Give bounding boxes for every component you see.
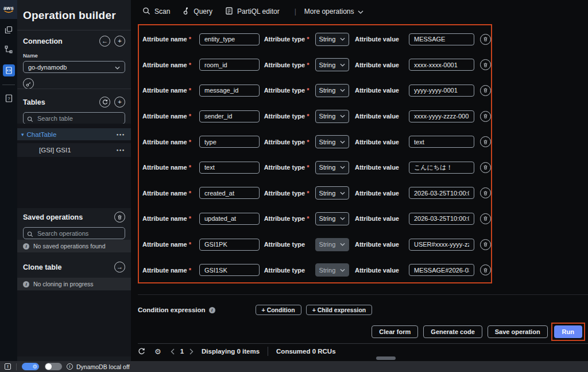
- svg-text:?: ?: [7, 96, 10, 101]
- attribute-type-label: Attribute type*: [264, 215, 315, 222]
- attribute-value-input[interactable]: [409, 187, 474, 199]
- connection-back-button[interactable]: ←: [99, 36, 110, 47]
- attribute-value-input[interactable]: [409, 59, 474, 71]
- delete-attribute-button[interactable]: [480, 59, 491, 70]
- delete-attribute-button[interactable]: [480, 136, 491, 147]
- attribute-type-select[interactable]: String: [315, 238, 349, 251]
- attribute-value-input[interactable]: [409, 33, 474, 45]
- next-page-icon[interactable]: [189, 348, 194, 355]
- help-doc-icon[interactable]: ?: [0, 90, 17, 107]
- delete-attribute-button[interactable]: [480, 34, 491, 45]
- operation-builder-icon[interactable]: [0, 62, 17, 79]
- tab-scan[interactable]: Scan: [142, 7, 170, 17]
- clear-form-button[interactable]: Clear form: [372, 325, 418, 338]
- attribute-name-input[interactable]: [199, 33, 260, 45]
- caret-down-icon[interactable]: ▾: [21, 132, 24, 137]
- chevron-down-icon: [340, 63, 345, 67]
- add-child-expression-button[interactable]: + Child expression: [306, 305, 373, 315]
- attribute-name-input[interactable]: [199, 110, 260, 122]
- refresh-results-icon[interactable]: [138, 348, 145, 355]
- prev-page-icon[interactable]: [171, 348, 175, 355]
- attribute-type-select[interactable]: String: [315, 186, 349, 200]
- attribute-value-input[interactable]: [409, 85, 474, 97]
- attribute-name-input[interactable]: [199, 162, 260, 174]
- feedback-icon[interactable]: !: [5, 363, 11, 370]
- table-search-input[interactable]: [23, 112, 125, 124]
- saved-operations-empty-message: i No saved operations found: [17, 240, 131, 252]
- more-operations-menu[interactable]: More operations: [304, 7, 364, 16]
- attribute-name-input[interactable]: [199, 239, 260, 251]
- attribute-value-input[interactable]: [409, 110, 474, 122]
- delete-attribute-button[interactable]: [480, 239, 491, 250]
- attribute-value-input[interactable]: [409, 213, 474, 225]
- attribute-name-input[interactable]: [199, 136, 260, 148]
- connection-key-button[interactable]: [23, 78, 34, 89]
- delete-attribute-button[interactable]: [480, 85, 491, 96]
- more-actions-icon[interactable]: ●●●: [117, 133, 125, 136]
- section-divider: [138, 294, 588, 295]
- add-table-button[interactable]: +: [114, 97, 125, 108]
- tree-item-chattable[interactable]: ▾ ChatTable ●●●: [17, 128, 131, 140]
- attribute-type-select[interactable]: String: [315, 161, 349, 174]
- attribute-name-label: Attribute name*: [142, 113, 198, 120]
- windows-stack-icon[interactable]: [0, 21, 17, 39]
- attribute-type-select[interactable]: String: [315, 58, 349, 71]
- more-actions-icon[interactable]: ●●●: [117, 148, 125, 152]
- attribute-name-input[interactable]: [199, 59, 260, 71]
- attribute-type-select[interactable]: String: [315, 84, 349, 97]
- displaying-count: Displaying 0 items: [202, 348, 260, 355]
- attribute-value-input[interactable]: [409, 162, 474, 174]
- clone-table-go-button[interactable]: →: [114, 262, 125, 273]
- generate-code-button[interactable]: Generate code: [423, 325, 482, 338]
- condition-expression-label: Condition expression: [138, 306, 206, 313]
- attribute-type-select[interactable]: String: [315, 110, 349, 123]
- attribute-name-label: Attribute name*: [142, 190, 198, 197]
- data-modeler-icon[interactable]: [0, 41, 17, 58]
- refresh-tables-button[interactable]: [99, 97, 110, 108]
- attribute-value-input[interactable]: [409, 239, 474, 251]
- attribute-name-input[interactable]: [199, 187, 260, 199]
- info-icon[interactable]: i: [209, 307, 215, 313]
- horizontal-scrollbar[interactable]: [376, 356, 396, 360]
- attribute-name-input[interactable]: [199, 264, 260, 276]
- attribute-value-input[interactable]: [409, 136, 474, 148]
- attribute-type-label: Attribute type*: [264, 190, 315, 197]
- attribute-row: Attribute name* Attribute type* String A…: [139, 232, 491, 258]
- delete-saved-operations-button[interactable]: [114, 212, 125, 223]
- document-icon: [225, 7, 233, 17]
- attribute-name-input[interactable]: [199, 85, 260, 97]
- attribute-name-input[interactable]: [199, 213, 260, 225]
- chevron-down-icon: [340, 217, 345, 220]
- attribute-type-select[interactable]: String: [315, 33, 349, 46]
- attribute-value-label: Attribute value: [355, 62, 404, 68]
- save-operation-button[interactable]: Save operation: [488, 325, 548, 338]
- sidebar-filler: [17, 290, 131, 356]
- add-condition-button[interactable]: + Condition: [256, 305, 301, 315]
- attribute-row: Attribute name* Attribute type* String A…: [139, 52, 491, 78]
- local-settings-toggle[interactable]: ⚙: [22, 363, 39, 370]
- tables-section: Tables +: [23, 97, 125, 124]
- connection-select[interactable]: go-dynamodb: [23, 61, 125, 73]
- chevron-down-icon: [340, 269, 345, 272]
- run-button-highlight: Run: [551, 323, 585, 341]
- gear-icon[interactable]: ⚙: [154, 347, 161, 356]
- run-button[interactable]: Run: [554, 325, 582, 338]
- dynamodb-local-toggle[interactable]: [45, 363, 62, 370]
- app-bottom-bar: ! ⚙ i DynamoDB local off: [0, 361, 588, 372]
- delete-attribute-button[interactable]: [480, 264, 491, 275]
- delete-attribute-button[interactable]: [480, 162, 491, 173]
- tab-query[interactable]: Query: [183, 7, 212, 17]
- attribute-type-select[interactable]: String: [315, 135, 349, 148]
- delete-attribute-button[interactable]: [480, 187, 491, 198]
- delete-attribute-button[interactable]: [480, 213, 491, 224]
- attribute-type-select[interactable]: String: [315, 263, 349, 277]
- tab-partiql-editor[interactable]: PartiQL editor: [225, 7, 280, 17]
- add-connection-button[interactable]: +: [114, 36, 125, 47]
- attribute-value-input[interactable]: [409, 264, 474, 276]
- operation-search-input[interactable]: [23, 227, 125, 239]
- aws-logo[interactable]: aws: [0, 0, 17, 19]
- tree-item-gsi1[interactable]: [GSI] GSI1 ●●●: [17, 143, 131, 157]
- attribute-type-select[interactable]: String: [315, 212, 349, 225]
- trash-icon: [483, 62, 488, 68]
- delete-attribute-button[interactable]: [480, 111, 491, 122]
